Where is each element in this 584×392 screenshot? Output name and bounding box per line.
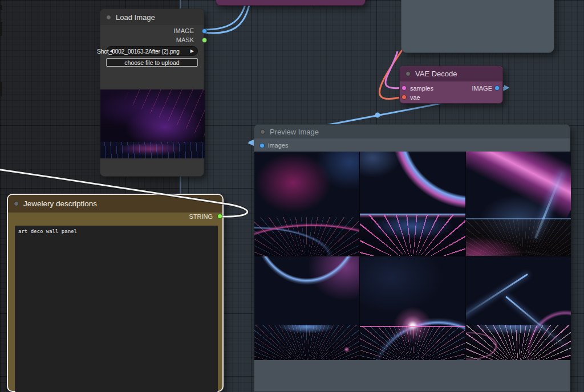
node-preview-image[interactable]: Preview Image images — [254, 124, 570, 392]
preview-tile-3 — [466, 152, 571, 256]
filename-combo-widget[interactable]: ◀ Shot_0002_00163-2After (2).png ▶ — [106, 46, 198, 56]
preview-image-grid — [254, 152, 571, 360]
offscreen-node-edge — [0, 22, 2, 36]
output-slot-image[interactable] — [494, 85, 500, 91]
upload-button[interactable]: choose file to upload — [106, 58, 198, 67]
node-header[interactable]: Jewelery descriptions — [8, 195, 222, 213]
output-slot-mask[interactable] — [202, 38, 207, 43]
node-title: VAE Decode — [415, 70, 457, 78]
node-header[interactable]: Load Image — [100, 9, 204, 25]
upload-button-label: choose file to upload — [124, 59, 179, 66]
output-slot-image[interactable] — [202, 28, 207, 34]
output-slot-string[interactable] — [217, 214, 222, 219]
preview-tile-4 — [254, 256, 359, 361]
offscreen-node-edge — [0, 82, 2, 96]
node-vae-decode[interactable]: VAE Decode samples vae IMAGE — [399, 66, 503, 104]
wire-direction-arrow-source — [504, 85, 509, 91]
output-label-image: IMAGE — [174, 28, 194, 34]
combo-next-icon[interactable]: ▶ — [190, 48, 194, 54]
input-label-samples: samples — [410, 85, 433, 92]
wire-image-to-sampler-2 — [204, 2, 250, 33]
preview-tile-6 — [466, 256, 571, 361]
collapse-dot-icon[interactable] — [260, 129, 265, 134]
node-header[interactable]: VAE Decode — [400, 66, 502, 81]
loaded-image-preview — [100, 89, 205, 158]
input-slot-samples[interactable] — [402, 85, 407, 91]
node-title: Load Image — [116, 13, 155, 22]
input-label-vae: vae — [410, 95, 420, 101]
output-label-string: STRING — [189, 214, 213, 220]
node-load-image[interactable]: Load Image IMAGE MASK ◀ Shot_0002_00163-… — [100, 9, 204, 177]
output-label-mask: MASK — [176, 37, 194, 43]
wire-midpoint-dot — [375, 113, 380, 118]
node-title: Preview Image — [270, 128, 319, 136]
collapse-dot-icon[interactable] — [106, 15, 111, 20]
node-graph-canvas[interactable]: Load Image IMAGE MASK ◀ Shot_0002_00163-… — [0, 0, 584, 392]
partial-node-panel[interactable] — [401, 0, 554, 53]
string-textarea[interactable]: art deco wall panel — [15, 226, 218, 392]
wire-direction-arrow-target — [248, 140, 254, 146]
input-slot-images[interactable] — [259, 143, 265, 148]
preview-tile-2 — [360, 152, 465, 256]
partial-node-sampler[interactable] — [216, 0, 366, 6]
preview-streaks — [124, 89, 205, 141]
output-label-image: IMAGE — [472, 85, 492, 92]
preview-floor — [100, 142, 205, 158]
collapse-dot-icon[interactable] — [405, 71, 411, 76]
preview-tile-1 — [254, 152, 359, 256]
offscreen-node-edge — [0, 5, 2, 10]
input-label-images: images — [268, 142, 288, 149]
wire-image-to-sampler-1 — [204, 2, 246, 30]
preview-tile-5 — [360, 256, 465, 361]
node-title: Jewelery descriptions — [23, 199, 97, 208]
collapse-dot-icon[interactable] — [14, 201, 19, 206]
node-jewelery-descriptions[interactable]: Jewelery descriptions STRING art deco wa… — [7, 194, 224, 392]
input-slot-vae[interactable] — [402, 95, 407, 100]
node-header[interactable]: Preview Image — [254, 125, 570, 138]
filename-value: Shot_0002_00163-2After (2).png — [97, 48, 180, 55]
